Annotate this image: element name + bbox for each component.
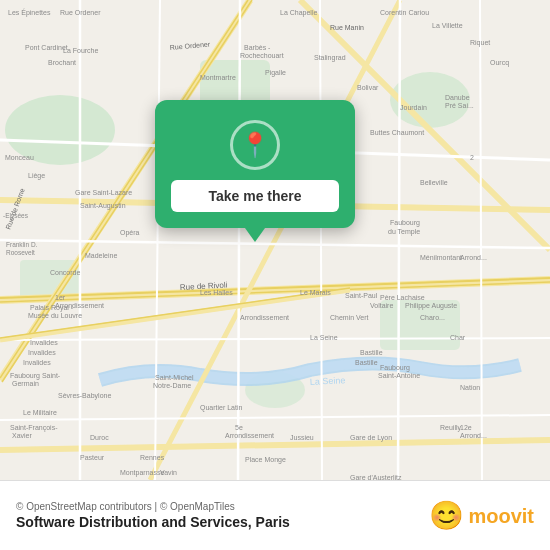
svg-text:Saint-Antoine: Saint-Antoine — [378, 372, 420, 379]
svg-text:Pré Sai...: Pré Sai... — [445, 102, 474, 109]
svg-text:Saint-Augustin: Saint-Augustin — [80, 202, 126, 210]
svg-text:Monceau: Monceau — [5, 154, 34, 161]
svg-text:Place Monge: Place Monge — [245, 456, 286, 464]
bottom-bar: © OpenStreetMap contributors | © OpenMap… — [0, 480, 550, 550]
svg-text:La Villette: La Villette — [432, 22, 463, 29]
svg-text:Ourcq: Ourcq — [490, 59, 509, 67]
svg-text:Arrond...: Arrond... — [460, 432, 487, 439]
svg-text:La Fourche: La Fourche — [63, 47, 99, 54]
svg-text:Rue Manin: Rue Manin — [330, 24, 364, 31]
svg-text:du Temple: du Temple — [388, 228, 420, 236]
svg-text:Vavin: Vavin — [160, 469, 177, 476]
svg-text:Faubourg Saint-: Faubourg Saint- — [10, 372, 61, 380]
svg-text:Arrond...: Arrond... — [460, 254, 487, 261]
map-attribution: © OpenStreetMap contributors | © OpenMap… — [16, 501, 290, 512]
take-me-there-button[interactable]: Take me there — [171, 180, 339, 212]
svg-text:Liège: Liège — [28, 172, 45, 180]
svg-text:Musée du Louvre: Musée du Louvre — [28, 312, 82, 319]
svg-text:Les Halles: Les Halles — [200, 289, 233, 296]
svg-text:Montmartre: Montmartre — [200, 74, 236, 81]
pin-icon: 📍 — [240, 131, 270, 159]
svg-text:Père Lachaise: Père Lachaise — [380, 294, 425, 301]
bottom-info: © OpenStreetMap contributors | © OpenMap… — [16, 501, 290, 530]
svg-text:Franklin D.: Franklin D. — [6, 241, 38, 248]
pin-circle: 📍 — [230, 120, 280, 170]
svg-text:Saint-François-: Saint-François- — [10, 424, 58, 432]
svg-text:Rue Ordener: Rue Ordener — [60, 9, 101, 16]
svg-text:Belleville: Belleville — [420, 179, 448, 186]
svg-text:Concorde: Concorde — [50, 269, 80, 276]
svg-text:Bastille: Bastille — [360, 349, 383, 356]
svg-text:Duroc: Duroc — [90, 434, 109, 441]
svg-text:Corentin Cariou: Corentin Cariou — [380, 9, 429, 16]
svg-text:Xavier: Xavier — [12, 432, 33, 439]
svg-text:Pasteur: Pasteur — [80, 454, 105, 461]
svg-text:Riquet: Riquet — [470, 39, 490, 47]
svg-text:Gare de Lyon: Gare de Lyon — [350, 434, 392, 442]
svg-text:Ménilmontant: Ménilmontant — [420, 254, 462, 261]
svg-text:Chemin Vert: Chemin Vert — [330, 314, 369, 321]
moovit-face-icon: 😊 — [429, 499, 464, 532]
svg-text:Rennes: Rennes — [140, 454, 165, 461]
svg-text:Gare Saint-Lazare: Gare Saint-Lazare — [75, 189, 132, 196]
svg-text:Palais Royal -: Palais Royal - — [30, 304, 74, 312]
svg-text:Invalides: Invalides — [23, 359, 51, 366]
svg-text:2: 2 — [470, 154, 474, 161]
svg-text:-Elysées: -Elysées — [3, 212, 29, 220]
location-title: Software Distribution and Services, Pari… — [16, 514, 290, 530]
svg-text:Le Marais: Le Marais — [300, 289, 331, 296]
svg-text:Char: Char — [450, 334, 466, 341]
svg-text:Buttes Chaumont: Buttes Chaumont — [370, 129, 424, 136]
svg-text:Madeleine: Madeleine — [85, 252, 117, 259]
svg-text:La Seine: La Seine — [310, 375, 346, 387]
svg-text:Barbès -: Barbès - — [244, 44, 271, 51]
svg-text:Le Militaire: Le Militaire — [23, 409, 57, 416]
svg-text:Invalides: Invalides — [28, 349, 56, 356]
svg-text:Quartier Latin: Quartier Latin — [200, 404, 243, 412]
svg-text:1er: 1er — [55, 294, 66, 301]
moovit-brand-text: moovit — [468, 506, 534, 526]
map-roads: Rue de Rivoli Rue Ordener Rue Manin Rue … — [0, 0, 550, 480]
svg-text:Rochechouart: Rochechouart — [240, 52, 284, 59]
svg-text:5e: 5e — [235, 424, 243, 431]
svg-text:Pigalle: Pigalle — [265, 69, 286, 77]
svg-text:La Chapelle: La Chapelle — [280, 9, 317, 17]
svg-text:Faubourg: Faubourg — [390, 219, 420, 227]
svg-text:Germain: Germain — [12, 380, 39, 387]
svg-text:Roosevelt: Roosevelt — [6, 249, 35, 256]
map-container: Rue de Rivoli Rue Ordener Rue Manin Rue … — [0, 0, 550, 480]
svg-text:Opéra: Opéra — [120, 229, 140, 237]
svg-text:12e: 12e — [460, 424, 472, 431]
svg-text:Voltaire: Voltaire — [370, 302, 393, 309]
svg-text:Bolivar: Bolivar — [357, 84, 379, 91]
svg-text:Montparnasse: Montparnasse — [120, 469, 164, 477]
svg-text:Philippe Auguste: Philippe Auguste — [405, 302, 457, 310]
svg-text:Charo...: Charo... — [420, 314, 445, 321]
svg-text:Faubourg: Faubourg — [380, 364, 410, 372]
svg-text:Notre-Dame: Notre-Dame — [153, 382, 191, 389]
svg-text:Arrondissement: Arrondissement — [225, 432, 274, 439]
moovit-logo: 😊 moovit — [429, 499, 534, 532]
svg-text:Jourdain: Jourdain — [400, 104, 427, 111]
svg-text:Arrondissement: Arrondissement — [240, 314, 289, 321]
svg-text:Jussieu: Jussieu — [290, 434, 314, 441]
svg-text:Sèvres-Babylone: Sèvres-Babylone — [58, 392, 111, 400]
location-callout: 📍 Take me there — [155, 100, 355, 228]
svg-text:Pont Cardinet: Pont Cardinet — [25, 44, 68, 51]
svg-text:Les Épinettes: Les Épinettes — [8, 8, 51, 17]
svg-text:Brochant: Brochant — [48, 59, 76, 66]
svg-text:Nation: Nation — [460, 384, 480, 391]
svg-text:Danube: Danube — [445, 94, 470, 101]
svg-text:Saint-Paul: Saint-Paul — [345, 292, 378, 299]
svg-text:Invalides: Invalides — [30, 339, 58, 346]
svg-text:Saint-Michel: Saint-Michel — [155, 374, 194, 381]
svg-text:Reuilly: Reuilly — [440, 424, 462, 432]
svg-text:Bastille: Bastille — [355, 359, 378, 366]
svg-text:Stalingrad: Stalingrad — [314, 54, 346, 62]
svg-text:La Seine: La Seine — [310, 334, 338, 341]
